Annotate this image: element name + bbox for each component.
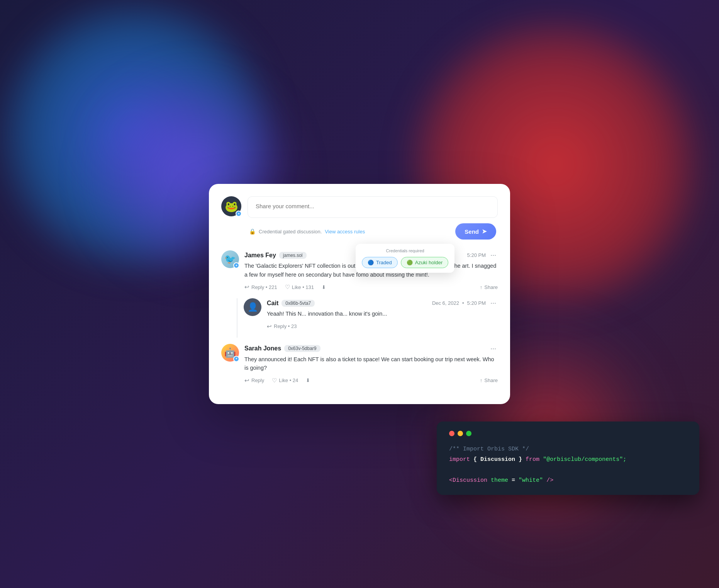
james-like-button[interactable]: ♡ Like • 131	[285, 284, 314, 291]
james-handle: james.sol	[279, 252, 307, 259]
cait-reply-icon: ↩	[267, 323, 272, 330]
comment-post-sarah: 🤖 ✦ Sarah Jones 0x63v-5dbar9 ··· They an…	[221, 344, 498, 384]
sarah-more-button[interactable]: ···	[489, 344, 498, 353]
sarah-comment-body: Sarah Jones 0x63v-5dbar9 ··· They announ…	[244, 344, 498, 384]
code-content: /** Import Orbis SDK */ import { Discuss…	[449, 444, 687, 486]
sarah-heart-icon: ♡	[272, 377, 277, 384]
james-share-button[interactable]: ↑ Share	[480, 284, 498, 290]
cait-dot: •	[462, 300, 464, 306]
cait-avatar-img: 👤	[244, 298, 261, 316]
cait-avatar: 👤	[244, 298, 261, 316]
azuki-icon: 🟢	[407, 260, 413, 265]
james-verified-badge: ✦	[233, 262, 239, 269]
downvote-icon: ⬇	[322, 284, 326, 290]
minimize-dot	[458, 431, 463, 436]
maximize-dot	[466, 431, 471, 436]
code-component-line: <Discussion theme = "white" />	[449, 475, 687, 486]
sarah-reply-icon: ↩	[244, 377, 249, 384]
sarah-author-info: Sarah Jones 0x63v-5dbar9	[244, 345, 320, 352]
cait-author-name: Cait	[267, 300, 278, 307]
sarah-downvote-icon: ⬇	[306, 377, 310, 383]
nested-comment-section: 👤 Cait 0x86b-5vta7 Dec 6, 2022 • 5:20 PM…	[229, 298, 498, 337]
james-reply-button[interactable]: ↩ Reply • 221	[244, 284, 277, 291]
heart-icon: ♡	[285, 284, 290, 291]
credential-badges: 🔵 Traded 🟢 Azuki holder	[362, 257, 448, 268]
sarah-like-button[interactable]: ♡ Like • 24	[272, 377, 298, 384]
sarah-avatar: 🤖 ✦	[221, 344, 239, 362]
sarah-reply-button[interactable]: ↩ Reply	[244, 377, 264, 384]
comment-input-section: 🐸 ✦ 🔒 Credential gated discussion. View …	[221, 196, 498, 240]
cait-handle: 0x86b-5vta7	[281, 300, 315, 307]
send-button[interactable]: Send ➤	[455, 223, 496, 240]
comment-post-cait: 👤 Cait 0x86b-5vta7 Dec 6, 2022 • 5:20 PM…	[244, 298, 498, 330]
azuki-badge: 🟢 Azuki holder	[401, 257, 449, 268]
james-meta: 5:20 PM ···	[467, 250, 498, 260]
james-more-button[interactable]: ···	[489, 250, 498, 260]
comment-input[interactable]	[248, 196, 498, 218]
current-user-avatar: 🐸 ✦	[221, 196, 241, 216]
lock-icon: 🔒	[249, 228, 256, 235]
sarah-downvote-button[interactable]: ⬇	[306, 377, 310, 383]
tooltip-title: Credentials required	[362, 248, 448, 253]
view-access-link[interactable]: View access rules	[325, 229, 365, 235]
cait-date: Dec 6, 2022	[432, 300, 459, 306]
cait-author-info: Cait 0x86b-5vta7	[267, 300, 315, 307]
cait-actions: ↩ Reply • 23	[267, 323, 498, 330]
sarah-meta: ···	[489, 344, 498, 353]
james-author-info: James Fey james.sol	[244, 252, 307, 259]
sarah-actions: ↩ Reply ♡ Like • 24 ⬇ ↑ Share	[244, 377, 498, 384]
james-author-name: James Fey	[244, 252, 276, 259]
code-comment-line: /** Import Orbis SDK */	[449, 444, 687, 454]
cait-comment-text: Yeaah! This N... innovation tha... know …	[267, 309, 498, 318]
cait-meta: Dec 6, 2022 • 5:20 PM ···	[432, 298, 498, 308]
traded-icon: 🔵	[368, 260, 374, 265]
sarah-author-name: Sarah Jones	[244, 345, 281, 352]
james-time: 5:20 PM	[467, 252, 486, 258]
code-import-line: import { Discussion } from "@orbisclub/c…	[449, 454, 687, 465]
user-verified-badge: ✦	[236, 211, 242, 217]
credential-info: 🔒 Credential gated discussion. View acce…	[249, 228, 365, 235]
sarah-comment-header: Sarah Jones 0x63v-5dbar9 ···	[244, 344, 498, 353]
cait-time: 5:20 PM	[467, 300, 486, 306]
discussion-card: 🐸 ✦ 🔒 Credential gated discussion. View …	[209, 184, 510, 404]
cait-reply-button[interactable]: ↩ Reply • 23	[267, 323, 297, 330]
input-wrapper: 🔒 Credential gated discussion. View acce…	[248, 196, 498, 240]
credentials-tooltip: Credentials required 🔵 Traded 🟢 Azuki ho…	[356, 244, 454, 273]
sarah-handle: 0x63v-5dbar9	[284, 345, 320, 352]
james-actions: ↩ Reply • 221 ♡ Like • 131 ⬇ ↑ Share	[244, 284, 498, 291]
sarah-comment-text: They announced it! Each NFT is also a ti…	[244, 355, 498, 372]
send-arrow-icon: ➤	[482, 228, 487, 235]
reply-icon: ↩	[244, 284, 249, 291]
james-avatar: 🐦 ✦	[221, 250, 239, 268]
sarah-share-icon: ↑	[480, 377, 483, 383]
sarah-share-button[interactable]: ↑ Share	[480, 377, 498, 383]
cait-comment-body: Cait 0x86b-5vta7 Dec 6, 2022 • 5:20 PM ·…	[267, 298, 498, 330]
james-downvote-button[interactable]: ⬇	[322, 284, 326, 290]
main-container: 🐸 ✦ 🔒 Credential gated discussion. View …	[89, 62, 630, 526]
traded-badge: 🔵 Traded	[362, 257, 398, 268]
input-footer: 🔒 Credential gated discussion. View acce…	[248, 223, 498, 240]
thread-line	[237, 298, 237, 337]
cait-comment-header: Cait 0x86b-5vta7 Dec 6, 2022 • 5:20 PM ·…	[267, 298, 498, 308]
code-block: /** Import Orbis SDK */ import { Discuss…	[437, 421, 699, 495]
window-controls	[449, 431, 687, 436]
share-icon: ↑	[480, 284, 483, 290]
cait-more-button[interactable]: ···	[489, 298, 498, 308]
close-dot	[449, 431, 454, 436]
sarah-verified-badge: ✦	[233, 356, 239, 362]
